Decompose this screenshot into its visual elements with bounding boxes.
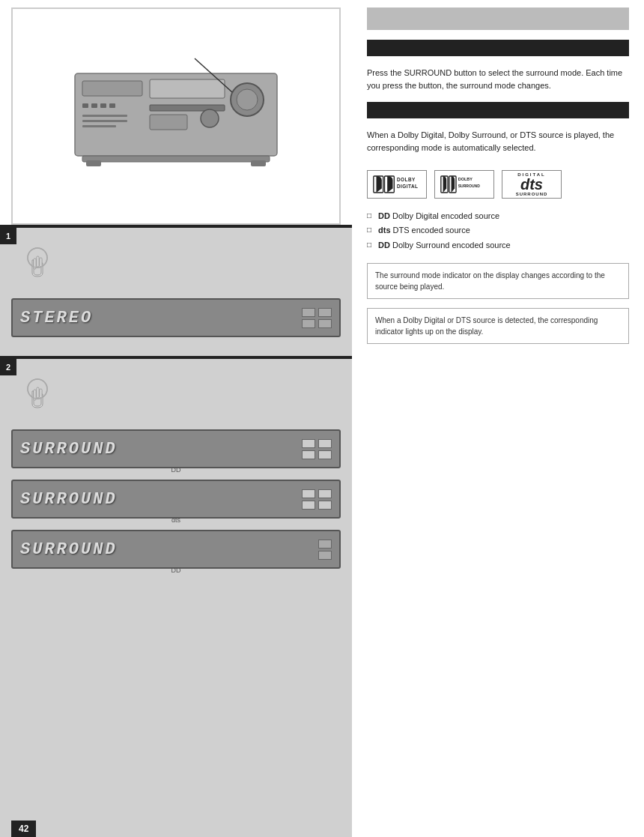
- surround-text-2: SURROUND: [20, 490, 118, 509]
- svg-text:DOLBY: DOLBY: [397, 177, 416, 182]
- svg-rect-14: [82, 115, 127, 117]
- s3-ind-1: [318, 540, 332, 549]
- svg-rect-22: [40, 258, 42, 267]
- svg-rect-10: [82, 156, 270, 162]
- dts-main-label: dts: [520, 177, 543, 192]
- svg-rect-27: [40, 389, 42, 398]
- surround-display-2: SURROUND: [11, 480, 341, 519]
- section2-badge: 2: [0, 359, 16, 375]
- stereo-indicators: [302, 308, 332, 328]
- svg-rect-15: [82, 120, 127, 122]
- page-number: 42: [11, 821, 36, 837]
- svg-rect-6: [91, 103, 97, 108]
- s1-ind-4: [318, 450, 332, 459]
- note-text-1: The surround mode indicator on the displ…: [375, 270, 621, 292]
- hand-cursor-icon-1: [26, 247, 60, 284]
- section2-text: When a Dolby Digital, Dolby Surround, or…: [367, 129, 629, 154]
- note-text-2: When a Dolby Digital or DTS source is de…: [375, 315, 621, 337]
- note-box-2: When a Dolby Digital or DTS source is de…: [367, 308, 629, 344]
- s2-ind-3: [302, 501, 315, 510]
- surround-display-1: SURROUND: [11, 429, 341, 468]
- section1-header-bar: [367, 40, 629, 56]
- section1-badge: 1: [0, 228, 16, 244]
- indicator-1: [302, 308, 315, 317]
- indicator-2: [318, 308, 332, 317]
- s2-ind-4: [318, 501, 332, 510]
- svg-point-4: [237, 89, 258, 110]
- stereo-display: STEREO: [11, 298, 341, 337]
- section-stereo: 1 STEREO: [0, 225, 352, 356]
- surround-display-3: SURROUND: [11, 530, 341, 569]
- surround-indicators-2: [302, 489, 332, 510]
- svg-rect-7: [100, 103, 106, 108]
- right-column: Press the SURROUND button to select the …: [352, 0, 644, 837]
- note-box-1: The surround mode indicator on the displ…: [367, 263, 629, 299]
- dolby-digital-logo: DOLBY DIGITAL: [367, 170, 427, 199]
- logos-row: DOLBY DIGITAL DOLBY SURROUND DIGITAL: [367, 170, 629, 199]
- s1-ind-2: [318, 439, 332, 448]
- right-header-bar: [367, 7, 629, 30]
- bullet-list: DD Dolby Digital encoded source dts DTS …: [367, 211, 629, 254]
- svg-rect-21: [37, 256, 39, 267]
- s1-ind-1: [302, 439, 315, 448]
- s3-ind-2: [318, 551, 332, 560]
- svg-rect-18: [150, 115, 187, 130]
- left-column: 1 STEREO: [0, 0, 352, 837]
- dts-logo-inner: DIGITAL dts SURROUND: [516, 172, 548, 196]
- svg-point-17: [201, 109, 219, 127]
- dolby-surround-logo: DOLBY SURROUND: [434, 170, 494, 199]
- section-surround: 2 SURROUND: [0, 356, 352, 837]
- device-image-area: [11, 7, 341, 225]
- device-illustration: [67, 43, 285, 190]
- surround-indicators-1: [302, 439, 332, 459]
- svg-text:SURROUND: SURROUND: [458, 184, 480, 188]
- dolby-digital-svg: DOLBY DIGITAL: [372, 172, 422, 196]
- s2-ind-2: [318, 489, 332, 498]
- dolby-surround-svg: DOLBY SURROUND: [440, 172, 489, 196]
- s2-ind-1: [302, 489, 315, 498]
- s1-ind-3: [302, 450, 315, 459]
- svg-rect-5: [82, 103, 88, 108]
- bullet-item-dts: dts DTS encoded source: [367, 225, 629, 236]
- dts-bottom-label: SURROUND: [516, 192, 548, 196]
- surround-text-1: SURROUND: [20, 440, 118, 459]
- surround-text-3: SURROUND: [20, 540, 118, 559]
- indicator-4: [318, 319, 332, 328]
- section2-header-bar: [367, 102, 629, 118]
- bullet-item-dolby: DD Dolby Surround encoded source: [367, 240, 629, 251]
- section1-text: Press the SURROUND button to select the …: [367, 67, 629, 91]
- svg-rect-12: [251, 160, 266, 166]
- svg-rect-8: [109, 103, 115, 108]
- svg-rect-2: [150, 79, 225, 98]
- svg-text:DIGITAL: DIGITAL: [397, 184, 418, 190]
- stereo-display-text: STEREO: [20, 309, 93, 327]
- svg-rect-16: [82, 125, 116, 127]
- svg-rect-26: [37, 387, 39, 398]
- svg-rect-11: [86, 160, 101, 166]
- hand-cursor-icon-2: [26, 378, 60, 415]
- svg-rect-1: [82, 81, 142, 96]
- indicator-3: [302, 319, 315, 328]
- svg-text:DOLBY: DOLBY: [458, 177, 473, 181]
- bullet-item-dd: DD Dolby Digital encoded source: [367, 211, 629, 222]
- surround-indicators-3: [318, 540, 332, 560]
- dts-logo: DIGITAL dts SURROUND: [502, 170, 562, 199]
